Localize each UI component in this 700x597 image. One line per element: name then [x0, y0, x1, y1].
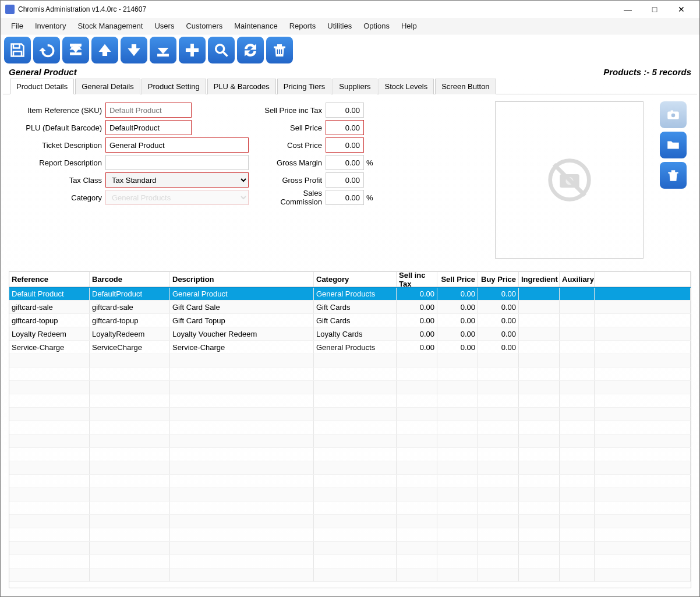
- label-plu: PLU (Default Barcode): [13, 123, 105, 132]
- menu-reports[interactable]: Reports: [284, 19, 322, 33]
- table-row[interactable]: giftcard-topupgiftcard-topupGift Card To…: [9, 314, 691, 327]
- table-row[interactable]: [9, 488, 691, 501]
- col-description[interactable]: Description: [170, 272, 314, 287]
- sales-commission-input[interactable]: [326, 190, 364, 205]
- refresh-button[interactable]: [237, 37, 264, 63]
- plu-input[interactable]: [105, 120, 192, 135]
- table-row[interactable]: [9, 368, 691, 381]
- menu-stock-management[interactable]: Stock Management: [72, 19, 149, 33]
- window-title: Chromis Administration v1.4.0rc - 214607: [18, 5, 614, 13]
- tax-class-select[interactable]: Tax Standard: [105, 172, 249, 188]
- maximize-button[interactable]: □: [641, 1, 668, 18]
- table-row[interactable]: [9, 408, 691, 421]
- label-sell: Sell Price: [260, 123, 326, 132]
- menu-maintenance[interactable]: Maintenance: [228, 19, 283, 33]
- menu-help[interactable]: Help: [395, 19, 423, 33]
- minimize-button[interactable]: ―: [614, 1, 641, 18]
- last-button[interactable]: [150, 37, 176, 63]
- record-count: Products :- 5 records: [603, 67, 691, 77]
- table-row[interactable]: [9, 528, 691, 542]
- category-select[interactable]: General Products: [105, 190, 249, 205]
- menu-inventory[interactable]: Inventory: [29, 19, 72, 33]
- report-description-input[interactable]: [105, 155, 249, 170]
- label-ticket: Ticket Description: [13, 141, 105, 150]
- table-row[interactable]: [9, 568, 691, 582]
- tab-product-details[interactable]: Product Details: [10, 79, 74, 94]
- col-buy-price[interactable]: Buy Price: [478, 272, 519, 287]
- prev-button[interactable]: [91, 37, 118, 63]
- label-sell-inc: Sell Price inc Tax: [260, 106, 326, 115]
- svg-point-2: [216, 45, 224, 53]
- tab-suppliers[interactable]: Suppliers: [333, 79, 377, 94]
- menu-users[interactable]: Users: [149, 19, 180, 33]
- label-category: Category: [13, 193, 105, 202]
- table-row[interactable]: Default ProductDefaultProductGeneral Pro…: [9, 287, 691, 301]
- titlebar: Chromis Administration v1.4.0rc - 214607…: [1, 1, 699, 18]
- tab-stock-levels[interactable]: Stock Levels: [379, 79, 434, 94]
- no-image-icon: [546, 157, 593, 203]
- next-button[interactable]: [121, 37, 147, 63]
- gross-margin-input[interactable]: [326, 155, 364, 170]
- tab-plu-barcodes[interactable]: PLU & Barcodes: [207, 79, 276, 94]
- search-button[interactable]: [208, 37, 235, 63]
- tab-pricing-tiers[interactable]: Pricing Tiers: [277, 79, 332, 94]
- col-sell-price[interactable]: Sell Price: [437, 272, 478, 287]
- col-auxiliary[interactable]: Auxiliary: [560, 272, 595, 287]
- menu-utilities[interactable]: Utilities: [321, 19, 358, 33]
- table-row[interactable]: [9, 542, 691, 555]
- delete-button[interactable]: [266, 37, 293, 63]
- tab-general-details[interactable]: General Details: [75, 79, 140, 94]
- tab-product-setting[interactable]: Product Setting: [142, 79, 206, 94]
- table-row[interactable]: Loyalty RedeemLoyaltyRedeemLoyalty Vouch…: [9, 327, 691, 341]
- table-row[interactable]: [9, 475, 691, 488]
- tab-screen-button[interactable]: Screen Button: [435, 79, 496, 94]
- delete-image-button[interactable]: [660, 162, 687, 189]
- table-row[interactable]: [9, 555, 691, 568]
- undo-button[interactable]: [33, 37, 60, 63]
- svg-rect-1: [158, 54, 169, 56]
- table-row[interactable]: giftcard-salegiftcard-saleGift Card Sale…: [9, 301, 691, 314]
- label-cost: Cost Price: [260, 141, 326, 150]
- table-row[interactable]: [9, 354, 691, 368]
- close-button[interactable]: ✕: [668, 1, 695, 18]
- capture-image-button[interactable]: [660, 101, 687, 128]
- table-row[interactable]: [9, 381, 691, 394]
- col-reference[interactable]: Reference: [9, 272, 90, 287]
- add-button[interactable]: [179, 37, 206, 63]
- sku-input[interactable]: [105, 103, 192, 118]
- gross-profit-input[interactable]: [326, 172, 364, 188]
- table-row[interactable]: Service-ChargeServiceChargeService-Charg…: [9, 341, 691, 354]
- form-area: Item Reference (SKU) PLU (Default Barcod…: [3, 94, 697, 269]
- label-commission: Sales Commission: [260, 189, 326, 206]
- browse-image-button[interactable]: [660, 132, 687, 158]
- save-button[interactable]: [4, 37, 31, 63]
- svg-point-7: [671, 114, 676, 118]
- sell-price-inc-tax-input[interactable]: [326, 103, 364, 118]
- col-ingredient[interactable]: Ingredient: [519, 272, 560, 287]
- table-row[interactable]: [9, 501, 691, 515]
- table-row[interactable]: [9, 434, 691, 448]
- col-sell-inc-tax[interactable]: Sell inc Tax: [397, 272, 437, 287]
- table-row[interactable]: [9, 448, 691, 461]
- product-image-placeholder: [495, 101, 644, 259]
- table-row[interactable]: [9, 515, 691, 528]
- first-button[interactable]: [62, 37, 89, 63]
- table-row[interactable]: [9, 461, 691, 475]
- ticket-description-input[interactable]: [105, 137, 249, 153]
- label-profit: Gross Profit: [260, 176, 326, 185]
- table-row[interactable]: [9, 421, 691, 434]
- menu-customers[interactable]: Customers: [180, 19, 228, 33]
- cost-price-input[interactable]: [326, 137, 364, 153]
- label-sku: Item Reference (SKU): [13, 106, 105, 115]
- pct-suffix: %: [366, 158, 373, 167]
- col-category[interactable]: Category: [314, 272, 397, 287]
- table-row[interactable]: [9, 394, 691, 408]
- sell-price-input[interactable]: [326, 120, 364, 135]
- col-barcode[interactable]: Barcode: [90, 272, 170, 287]
- products-grid[interactable]: Reference Barcode Description Category S…: [9, 271, 691, 588]
- app-icon: [5, 5, 15, 14]
- tabbar: Product Details General Details Product …: [3, 78, 697, 94]
- grid-header: Reference Barcode Description Category S…: [9, 272, 691, 287]
- menu-file[interactable]: File: [5, 19, 29, 33]
- menu-options[interactable]: Options: [358, 19, 395, 33]
